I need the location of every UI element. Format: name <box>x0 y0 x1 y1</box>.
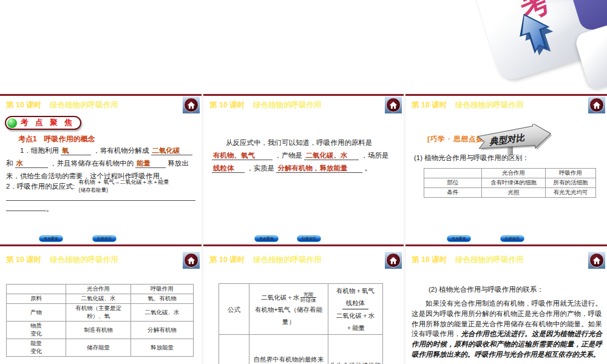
compare-table-2: 光合作用 呼吸作用 原料 二氧化碳、水 氧、有机物 产物 有机物（主要是淀粉）、… <box>6 284 194 357</box>
answer-blank: 二氧化碳、水 <box>304 151 359 160</box>
answer-blank: 线粒体 <box>212 164 245 173</box>
slide-overview-page: 考 第 10 课时绿色植物的呼吸作用 考 点 聚 焦 <box>0 0 607 364</box>
compare-subtitle: (1) 植物光合作用与呼吸作用的区别： <box>414 152 529 164</box>
relation-subtitle: (2) 植物光合作用与呼吸作用的联系： <box>429 285 544 294</box>
lesson-title: 绿色植物的呼吸作用 <box>455 255 524 264</box>
slide-header: 第 10 课时绿色植物的呼吸作用 <box>412 100 524 110</box>
table-row: 能量 变化 储存能量 释放能量 <box>7 339 194 357</box>
answer-line-short-row: 。 <box>6 204 53 214</box>
reaction-label: 2．呼吸作用的反应式: <box>6 183 75 190</box>
relation-paragraph: 如果没有光合作用制造的有机物，呼吸作用就无法进行。这是因为呼吸作用所分解的有机物… <box>412 298 602 360</box>
text-segment: ，将有机物分解成 <box>93 147 149 154</box>
table-row: 部位 含有叶绿体的细胞 所有的活细胞 <box>424 178 596 188</box>
respiration-formula-cell: 有机物＋氧气 线粒体 二氧化碳＋水 ＋能量 <box>328 284 383 335</box>
answer-text: 二氧化碳 <box>152 147 180 154</box>
text-segment: 和 <box>6 160 13 167</box>
answer-blank: 能量 <box>135 159 166 168</box>
answer-text: 氧 <box>62 147 69 154</box>
table-header-cell: 呼吸作用 <box>131 285 194 294</box>
answer-text: 能量 <box>137 160 151 167</box>
nav-button-focus[interactable]: 考点聚焦 <box>447 235 471 242</box>
formula-reactants: 有机物＋氧气 <box>330 285 381 297</box>
table-cell: 光照 <box>482 188 546 198</box>
text-segment: 。 <box>365 164 372 172</box>
formula-conditions: 光能叶绿体 <box>300 292 316 303</box>
nav-button-focus[interactable]: 考点聚焦 <box>254 235 279 242</box>
concept-paragraph: 1．细胞利用 氧 ，将有机物分解成 二氧化碳 和 水 ，并且将储存在有机物中的 … <box>6 144 198 183</box>
nav-button-explore[interactable]: 归类探究 <box>92 235 117 242</box>
home-icon <box>386 253 401 268</box>
point-1-title: 考点1 呼吸作用的概念 <box>18 134 95 144</box>
home-icon <box>386 98 401 112</box>
lesson-title: 绿色植物的呼吸作用 <box>455 101 524 109</box>
table-header-cell: 呼吸作用 <box>546 169 596 178</box>
row-label-cell: 意义 <box>219 335 249 364</box>
slide-header: 第 10 课时绿色植物的呼吸作用 <box>6 255 118 265</box>
signpost-arrow: 典型对比 <box>476 124 555 155</box>
answer-text: 线粒体 <box>213 164 234 172</box>
formula-energy: ＋能量 <box>330 322 381 334</box>
row-label-cell: 能量 变化 <box>7 339 66 357</box>
table-cell: 制造有机物 <box>66 322 131 339</box>
answer-text: 分解有机物，释放能量 <box>277 164 347 172</box>
home-button[interactable] <box>385 96 402 113</box>
home-button[interactable] <box>183 252 200 269</box>
table-cell: 二氧化碳、水 <box>131 304 194 322</box>
meaning-photosynthesis-cell: 自然界中有机物的最终来源和能量的直接或间接来源，为自然界提供氧气 <box>249 335 328 364</box>
formula-products: 有机物+氧气（储存着能量） <box>251 303 327 328</box>
row-label-cell: 物质 变化 <box>7 322 66 339</box>
nav-button-focus[interactable]: 考点聚焦 <box>39 235 63 242</box>
lesson-title: 绿色植物的呼吸作用 <box>50 255 118 264</box>
reaction-formula-text: 有机物 ＋ 氧气→二氧化碳＋水＋能量 <box>79 178 169 186</box>
formula-products: 二氧化碳＋水 <box>330 309 381 322</box>
lesson-title: 绿色植物的呼吸作用 <box>50 101 118 109</box>
answer-line-short <box>6 204 46 211</box>
answer-blank: 二氧化碳 <box>151 146 192 155</box>
slide-header: 第 10 课时绿色植物的呼吸作用 <box>6 100 118 110</box>
lesson-title: 绿色植物的呼吸作用 <box>253 255 322 264</box>
blue-arrow-icon <box>505 5 568 70</box>
slide-header: 第 10 课时绿色植物的呼吸作用 <box>209 100 322 110</box>
table-cell: 含有叶绿体的细胞 <box>482 178 546 188</box>
lesson-title: 绿色植物的呼吸作用 <box>253 101 322 109</box>
text-segment: ，并且将储存在有机物中的 <box>50 160 134 167</box>
slide-header: 第 10 课时绿色植物的呼吸作用 <box>412 255 524 265</box>
meaning-respiration-cell: 为生命活动提供能量 <box>328 335 383 364</box>
row-label-cell: 条件 <box>424 188 482 198</box>
nav-button-explore[interactable]: 归类探究 <box>500 235 524 242</box>
home-button[interactable] <box>183 96 200 113</box>
home-button[interactable] <box>385 252 402 269</box>
green-ball-icon <box>7 118 17 128</box>
table-row: 物质 变化 制造有机物 分解有机物 <box>7 322 194 339</box>
table-cell: 释放能量 <box>131 339 194 357</box>
row-label-cell: 原料 <box>7 294 66 304</box>
row-label-cell: 部位 <box>424 178 482 188</box>
table-cell: 有光无光均可 <box>546 188 596 198</box>
table-row: 意义 自然界中有机物的最终来源和能量的直接或间接来源，为自然界提供氧气 为生命活… <box>219 335 383 364</box>
table-cell: 所有的活细胞 <box>546 178 596 188</box>
condition-bottom: 叶绿体 <box>300 297 316 303</box>
slide-3: 第 10 课时绿色植物的呼吸作用 [巧学 · 思想点拨] 典型对比 (1) 植物… <box>405 94 607 243</box>
home-button[interactable] <box>588 96 605 113</box>
lesson-number: 第 10 课时 <box>209 101 245 109</box>
text-segment: ，产物是 <box>274 152 302 159</box>
nav-button-explore[interactable]: 归类探究 <box>297 235 321 242</box>
photosynthesis-formula-cell: 二氧化碳＋水光能叶绿体 有机物+氧气（储存着能量） <box>249 284 328 335</box>
text-segment: ，实质是 <box>246 164 274 172</box>
home-icon <box>184 98 198 112</box>
text-segment: ，场所是 <box>361 152 389 159</box>
slide-4: 第 10 课时绿色植物的呼吸作用 光合作用 呼吸作用 原料 二氧化碳、水 氧、有… <box>0 244 202 364</box>
home-button[interactable] <box>588 252 605 269</box>
reaction-formula-note: (储存着能量) <box>79 187 169 194</box>
slide-6: 第 10 课时绿色植物的呼吸作用 (2) 植物光合作用与呼吸作用的联系： 如果没… <box>405 244 607 364</box>
answer-line-long <box>6 200 195 201</box>
compare-table-1: 光合作用 呼吸作用 部位 含有叶绿体的细胞 所有的活细胞 条件 光照 有光无光均… <box>424 168 596 198</box>
table-header-cell: 光合作用 <box>66 285 131 294</box>
slide-5: 第 10 课时绿色植物的呼吸作用 公式 二氧化碳＋水光能叶绿体 有机物+氧气（储… <box>203 244 404 364</box>
home-icon <box>589 98 604 112</box>
text-segment: 1．细胞利用 <box>20 147 59 154</box>
lesson-number: 第 10 课时 <box>412 101 447 109</box>
table-header-cell: 光合作用 <box>482 169 546 178</box>
lesson-number: 第 10 课时 <box>6 255 41 264</box>
lesson-number: 第 10 课时 <box>209 255 245 264</box>
